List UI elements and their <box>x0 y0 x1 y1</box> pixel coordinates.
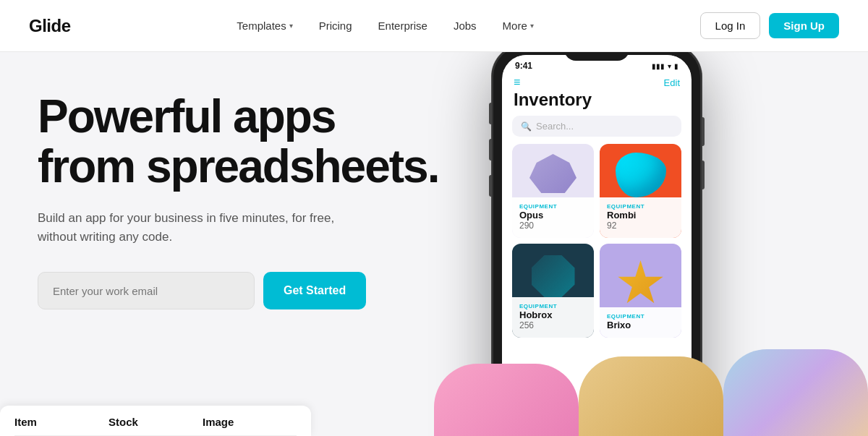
nav-label-pricing: Pricing <box>319 20 352 32</box>
card-name-hobrox: Hobrox <box>519 309 587 320</box>
card-name-opus: Opus <box>519 210 587 221</box>
edit-link[interactable]: Edit <box>664 77 680 88</box>
inventory-card-opus[interactable]: EQUIPMENT Opus 290 <box>512 144 594 238</box>
card-category-brixo: EQUIPMENT <box>607 313 674 320</box>
card-info-rombi: EQUIPMENT Rombi 92 <box>600 197 681 238</box>
status-time: 9:41 <box>515 61 532 71</box>
hobrox-shape-icon <box>532 255 575 297</box>
search-icon: 🔍 <box>521 121 532 132</box>
menu-icon: ≡ <box>514 77 520 88</box>
nav-item-more[interactable]: More ▾ <box>493 14 544 38</box>
card-name-rombi: Rombi <box>607 210 674 221</box>
status-icons: ▮▮▮ ▾ ▮ <box>652 62 678 70</box>
login-button[interactable]: Log In <box>700 12 761 39</box>
chevron-down-icon-more: ▾ <box>530 22 534 30</box>
table-col-item: Item <box>14 416 109 428</box>
multi-blob <box>723 349 868 436</box>
phone-notch <box>564 52 629 61</box>
nav-label-more: More <box>503 20 527 32</box>
inventory-card-rombi[interactable]: EQUIPMENT Rombi 92 <box>600 144 681 238</box>
email-input[interactable] <box>38 272 255 309</box>
nav-actions: Log In Sign Up <box>700 12 839 39</box>
table-col-image: Image <box>203 416 297 428</box>
search-bar[interactable]: 🔍 Search... <box>512 116 681 137</box>
app-title: Inventory <box>502 88 692 116</box>
gold-blob <box>579 356 723 436</box>
hero-subtitle: Build an app for your business in five m… <box>38 209 341 246</box>
rombi-shape-icon <box>616 153 666 197</box>
card-info-brixo: EQUIPMENT Brixo <box>600 307 681 338</box>
spreadsheet-preview: Item Stock Image <box>0 406 311 436</box>
pink-blob <box>434 364 579 436</box>
inventory-grid: EQUIPMENT Opus 290 EQUIPMENT Rombi <box>502 144 692 338</box>
table-header: Item Stock Image <box>14 416 297 436</box>
inventory-card-brixo[interactable]: EQUIPMENT Brixo <box>600 244 681 338</box>
table-col-stock: Stock <box>109 416 203 428</box>
get-started-button[interactable]: Get Started <box>263 272 366 309</box>
inventory-card-hobrox[interactable]: EQUIPMENT Hobrox 256 <box>512 244 594 338</box>
navbar: Glide Templates ▾ Pricing Enterprise Job… <box>0 0 868 52</box>
nav-item-enterprise[interactable]: Enterprise <box>368 14 438 38</box>
card-info-opus: EQUIPMENT Opus 290 <box>512 197 594 238</box>
search-placeholder-text: Search... <box>536 121 574 132</box>
nav-item-pricing[interactable]: Pricing <box>309 14 362 38</box>
opus-shape-icon <box>529 154 576 197</box>
email-form: Get Started <box>38 272 448 309</box>
card-stock-rombi: 92 <box>607 221 674 231</box>
card-category-opus: EQUIPMENT <box>519 203 587 210</box>
card-category-rombi: EQUIPMENT <box>607 203 674 210</box>
nav-item-templates[interactable]: Templates ▾ <box>226 14 302 38</box>
chevron-down-icon: ▾ <box>289 22 293 30</box>
card-stock-hobrox: 256 <box>519 320 587 330</box>
brixo-shape-icon <box>617 260 664 307</box>
hero-title: Powerful apps from spreadsheets. <box>38 92 443 192</box>
decorative-blobs <box>434 349 868 436</box>
card-category-hobrox: EQUIPMENT <box>519 303 587 309</box>
wifi-icon: ▾ <box>668 62 671 70</box>
card-info-hobrox: EQUIPMENT Hobrox 256 <box>512 297 594 338</box>
signal-icon: ▮▮▮ <box>652 62 665 70</box>
signup-button[interactable]: Sign Up <box>769 13 839 38</box>
nav-links: Templates ▾ Pricing Enterprise Jobs More… <box>226 14 543 38</box>
nav-item-jobs[interactable]: Jobs <box>443 14 487 38</box>
nav-label-templates: Templates <box>237 20 286 32</box>
nav-label-enterprise: Enterprise <box>378 20 427 32</box>
hero-phone-area: 9:41 ▮▮▮ ▾ ▮ ≡ Edit Inventory <box>448 52 868 436</box>
battery-icon: ▮ <box>674 62 678 70</box>
card-name-brixo: Brixo <box>607 320 674 330</box>
card-stock-opus: 290 <box>519 221 587 231</box>
app-header: ≡ Edit <box>502 74 692 88</box>
logo[interactable]: Glide <box>29 16 71 36</box>
main-content: Powerful apps from spreadsheets. Build a… <box>0 52 868 436</box>
nav-label-jobs: Jobs <box>454 20 477 32</box>
hero-section: Powerful apps from spreadsheets. Build a… <box>0 52 448 436</box>
